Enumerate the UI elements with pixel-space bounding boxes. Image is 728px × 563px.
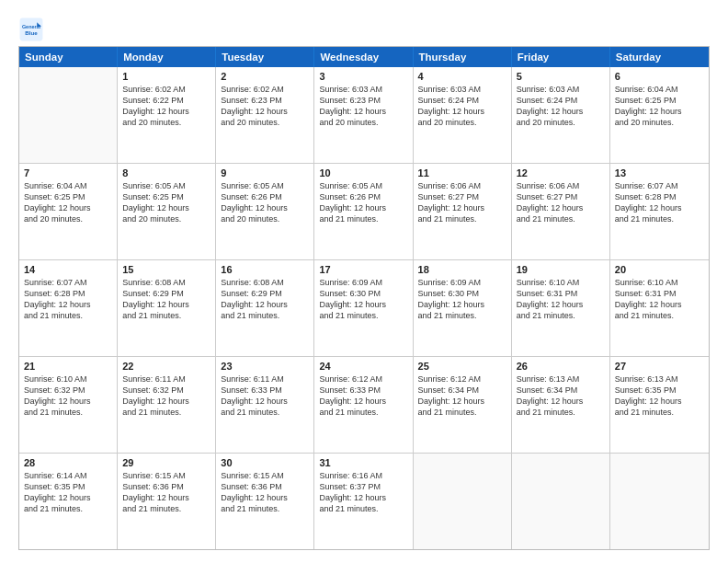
cell-info: Sunrise: 6:10 AMSunset: 6:32 PMDaylight:… [24,373,112,419]
cal-cell-5-7 [610,454,709,549]
cal-cell-3-4: 17Sunrise: 6:09 AMSunset: 6:30 PMDayligh… [314,260,413,356]
cell-info: Sunrise: 6:10 AMSunset: 6:31 PMDaylight:… [615,277,704,322]
cal-cell-1-7: 6Sunrise: 6:04 AMSunset: 6:25 PMDaylight… [610,67,709,163]
cal-cell-4-3: 23Sunrise: 6:11 AMSunset: 6:33 PMDayligh… [216,357,314,453]
day-number: 22 [122,361,210,372]
day-number: 16 [221,264,309,275]
day-number: 8 [122,167,210,178]
day-number: 26 [517,361,605,372]
cal-cell-4-4: 24Sunrise: 6:12 AMSunset: 6:33 PMDayligh… [314,357,413,453]
cell-info: Sunrise: 6:05 AMSunset: 6:26 PMDaylight:… [221,180,309,225]
day-number: 23 [221,361,309,372]
day-number: 5 [517,71,605,82]
day-number: 10 [319,167,407,178]
day-number: 6 [615,71,704,82]
header-day-tuesday: Tuesday [216,47,314,67]
calendar: SundayMondayTuesdayWednesdayThursdayFrid… [18,46,710,550]
cal-cell-1-1 [19,67,118,163]
cell-info: Sunrise: 6:16 AMSunset: 6:37 PMDaylight:… [319,470,407,515]
header-row: General Blue [18,17,710,42]
day-number: 31 [319,457,407,468]
cell-info: Sunrise: 6:08 AMSunset: 6:29 PMDaylight:… [122,277,210,322]
cell-info: Sunrise: 6:05 AMSunset: 6:26 PMDaylight:… [319,180,407,225]
cell-info: Sunrise: 6:08 AMSunset: 6:29 PMDaylight:… [221,277,309,322]
cal-cell-2-2: 8Sunrise: 6:05 AMSunset: 6:25 PMDaylight… [118,164,216,259]
cal-cell-2-3: 9Sunrise: 6:05 AMSunset: 6:26 PMDaylight… [216,164,314,259]
logo-icon: General Blue [18,17,44,42]
cal-cell-3-5: 18Sunrise: 6:09 AMSunset: 6:30 PMDayligh… [414,260,512,356]
week-row-3: 14Sunrise: 6:07 AMSunset: 6:28 PMDayligh… [19,259,709,356]
cell-info: Sunrise: 6:12 AMSunset: 6:34 PMDaylight:… [418,373,506,419]
header-day-friday: Friday [512,47,610,67]
svg-text:Blue: Blue [25,29,38,36]
day-number: 3 [319,71,407,82]
cell-info: Sunrise: 6:03 AMSunset: 6:24 PMDaylight:… [418,84,506,129]
cell-info: Sunrise: 6:06 AMSunset: 6:27 PMDaylight:… [517,180,605,225]
day-number: 21 [24,361,112,372]
day-number: 19 [517,264,605,275]
cal-cell-2-6: 12Sunrise: 6:06 AMSunset: 6:27 PMDayligh… [512,164,610,259]
cal-cell-2-4: 10Sunrise: 6:05 AMSunset: 6:26 PMDayligh… [314,164,413,259]
cal-cell-5-6 [512,454,610,549]
cell-info: Sunrise: 6:09 AMSunset: 6:30 PMDaylight:… [319,277,407,322]
cal-cell-5-5 [414,454,512,549]
week-row-5: 28Sunrise: 6:14 AMSunset: 6:35 PMDayligh… [19,453,709,549]
cal-cell-5-4: 31Sunrise: 6:16 AMSunset: 6:37 PMDayligh… [314,454,413,549]
cal-cell-4-6: 26Sunrise: 6:13 AMSunset: 6:34 PMDayligh… [512,357,610,453]
cal-cell-4-7: 27Sunrise: 6:13 AMSunset: 6:35 PMDayligh… [610,357,709,453]
cell-info: Sunrise: 6:07 AMSunset: 6:28 PMDaylight:… [24,277,112,322]
cal-cell-3-2: 15Sunrise: 6:08 AMSunset: 6:29 PMDayligh… [118,260,216,356]
cal-cell-1-6: 5Sunrise: 6:03 AMSunset: 6:24 PMDaylight… [512,67,610,163]
day-number: 12 [517,167,605,178]
cell-info: Sunrise: 6:05 AMSunset: 6:25 PMDaylight:… [122,180,210,225]
day-number: 4 [418,71,506,82]
cal-cell-2-1: 7Sunrise: 6:04 AMSunset: 6:25 PMDaylight… [19,164,118,259]
day-number: 25 [418,361,506,372]
week-row-4: 21Sunrise: 6:10 AMSunset: 6:32 PMDayligh… [19,356,709,453]
cal-cell-2-7: 13Sunrise: 6:07 AMSunset: 6:28 PMDayligh… [610,164,709,259]
cell-info: Sunrise: 6:11 AMSunset: 6:33 PMDaylight:… [221,373,309,419]
day-number: 15 [122,264,210,275]
cell-info: Sunrise: 6:02 AMSunset: 6:22 PMDaylight:… [122,84,210,129]
cell-info: Sunrise: 6:03 AMSunset: 6:24 PMDaylight:… [517,84,605,129]
cal-cell-3-6: 19Sunrise: 6:10 AMSunset: 6:31 PMDayligh… [512,260,610,356]
cal-cell-5-1: 28Sunrise: 6:14 AMSunset: 6:35 PMDayligh… [19,454,118,549]
cell-info: Sunrise: 6:15 AMSunset: 6:36 PMDaylight:… [122,470,210,515]
cell-info: Sunrise: 6:09 AMSunset: 6:30 PMDaylight:… [418,277,506,322]
header-day-wednesday: Wednesday [314,47,413,67]
day-number: 27 [615,361,704,372]
cell-info: Sunrise: 6:07 AMSunset: 6:28 PMDaylight:… [615,180,704,225]
cal-cell-4-1: 21Sunrise: 6:10 AMSunset: 6:32 PMDayligh… [19,357,118,453]
cal-cell-5-3: 30Sunrise: 6:15 AMSunset: 6:36 PMDayligh… [216,454,314,549]
calendar-body: 1Sunrise: 6:02 AMSunset: 6:22 PMDaylight… [19,67,709,549]
day-number: 20 [615,264,704,275]
cal-cell-3-1: 14Sunrise: 6:07 AMSunset: 6:28 PMDayligh… [19,260,118,356]
cell-info: Sunrise: 6:13 AMSunset: 6:35 PMDaylight:… [615,373,704,419]
day-number: 7 [24,167,112,178]
day-number: 2 [221,71,309,82]
logo: General Blue [18,17,46,42]
cell-info: Sunrise: 6:02 AMSunset: 6:23 PMDaylight:… [221,84,309,129]
cell-info: Sunrise: 6:15 AMSunset: 6:36 PMDaylight:… [221,470,309,515]
cell-info: Sunrise: 6:06 AMSunset: 6:27 PMDaylight:… [418,180,506,225]
cal-cell-4-2: 22Sunrise: 6:11 AMSunset: 6:32 PMDayligh… [118,357,216,453]
day-number: 17 [319,264,407,275]
day-number: 13 [615,167,704,178]
cal-cell-1-4: 3Sunrise: 6:03 AMSunset: 6:23 PMDaylight… [314,67,413,163]
cal-cell-2-5: 11Sunrise: 6:06 AMSunset: 6:27 PMDayligh… [414,164,512,259]
cell-info: Sunrise: 6:13 AMSunset: 6:34 PMDaylight:… [517,373,605,419]
cell-info: Sunrise: 6:04 AMSunset: 6:25 PMDaylight:… [615,84,704,129]
week-row-1: 1Sunrise: 6:02 AMSunset: 6:22 PMDaylight… [19,67,709,163]
day-number: 11 [418,167,506,178]
cell-info: Sunrise: 6:14 AMSunset: 6:35 PMDaylight:… [24,470,112,515]
cell-info: Sunrise: 6:10 AMSunset: 6:31 PMDaylight:… [517,277,605,322]
cal-cell-5-2: 29Sunrise: 6:15 AMSunset: 6:36 PMDayligh… [118,454,216,549]
cell-info: Sunrise: 6:11 AMSunset: 6:32 PMDaylight:… [122,373,210,419]
cal-cell-3-3: 16Sunrise: 6:08 AMSunset: 6:29 PMDayligh… [216,260,314,356]
cal-cell-1-5: 4Sunrise: 6:03 AMSunset: 6:24 PMDaylight… [414,67,512,163]
header-day-thursday: Thursday [414,47,512,67]
header-day-monday: Monday [118,47,216,67]
calendar-header: SundayMondayTuesdayWednesdayThursdayFrid… [19,47,709,67]
day-number: 1 [122,71,210,82]
day-number: 9 [221,167,309,178]
